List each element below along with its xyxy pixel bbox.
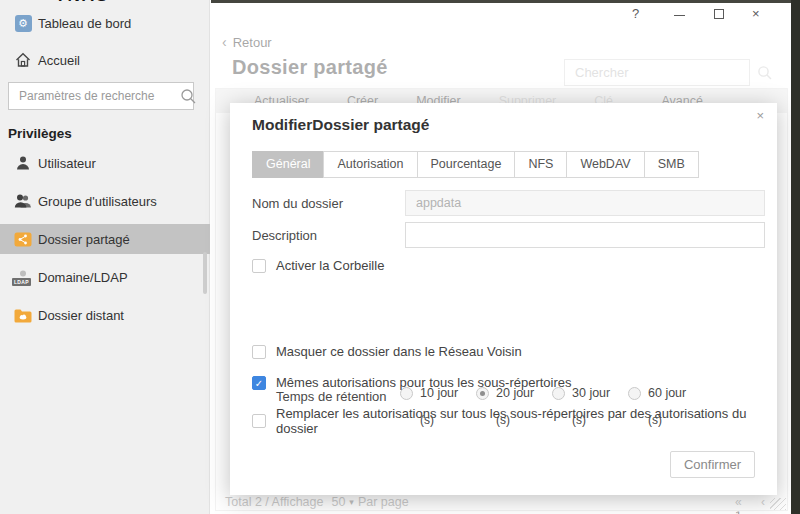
- sidebar-item-dashboard[interactable]: ⚙ Tableau de bord: [0, 8, 210, 38]
- folder-name-input: [405, 190, 765, 216]
- hide-folder-checkbox[interactable]: Masquer ce dossier dans le Réseau Voisin: [252, 344, 522, 359]
- dialog-close-icon[interactable]: ×: [756, 108, 764, 123]
- help-button[interactable]: ?: [632, 6, 639, 21]
- dialog-tabs: Général Autorisation Pourcentage NFS Web…: [252, 151, 699, 178]
- sidebar-search-input[interactable]: [9, 89, 180, 103]
- close-window-button[interactable]: ×: [752, 6, 760, 21]
- minimize-icon: [674, 15, 685, 16]
- user-group-icon: [12, 193, 34, 209]
- description-label: Description: [252, 228, 317, 243]
- desktop-edge-right: [791, 0, 800, 514]
- checkbox-icon: [252, 345, 266, 359]
- tab-smb[interactable]: SMB: [644, 151, 699, 178]
- desktop-edge-top: [211, 0, 791, 3]
- sidebar-item-shared-folder[interactable]: Dossier partagé: [0, 224, 210, 254]
- maximize-icon: [714, 9, 724, 19]
- sidebar-section-privileges: Privilèges: [8, 126, 72, 141]
- folder-name-label: Nom du dossier: [252, 196, 343, 211]
- dashboard-icon: ⚙: [12, 15, 34, 32]
- sidebar-item-remote-folder[interactable]: Dossier distant: [0, 300, 210, 330]
- home-icon: [12, 51, 34, 69]
- confirm-button[interactable]: Confirmer: [670, 451, 755, 478]
- description-input[interactable]: [405, 222, 765, 248]
- sidebar-item-domain-ldap[interactable]: LDAP Domaine/LDAP: [0, 262, 210, 292]
- checkbox-icon: [252, 259, 266, 273]
- ldap-icon: LDAP: [12, 269, 34, 285]
- radio-icon: [628, 387, 641, 400]
- minimize-button[interactable]: [674, 6, 685, 16]
- tab-nfs[interactable]: NFS: [514, 151, 567, 178]
- enable-recycle-checkbox[interactable]: Activer la Corbeille: [252, 258, 384, 273]
- edit-shared-folder-dialog: × ModifierDossier partagé Général Autori…: [230, 103, 777, 495]
- same-permissions-checkbox[interactable]: ✓ Mêmes autorisations pour tous les sous…: [252, 375, 572, 390]
- sidebar-item-home[interactable]: Accueil: [0, 44, 210, 76]
- user-icon: [12, 155, 34, 171]
- dialog-title: ModifierDossier partagé: [252, 116, 429, 134]
- maximize-button[interactable]: [714, 6, 724, 19]
- app-window: ? × ‹Retour Dossier partagé Actualiser C…: [0, 0, 791, 514]
- sidebar: TNAS ⚙ Tableau de bord Accueil Privilège: [0, 0, 210, 514]
- tab-general[interactable]: Général: [252, 151, 324, 178]
- sidebar-search-box: [8, 82, 194, 110]
- tab-webdav[interactable]: WebDAV: [566, 151, 644, 178]
- sidebar-scrollbar[interactable]: [203, 252, 207, 294]
- shared-folder-icon: [12, 232, 34, 247]
- remote-folder-icon: [12, 308, 34, 323]
- replace-permissions-checkbox[interactable]: Remplacer les autorisations sur tous les…: [252, 406, 777, 436]
- retention-label: Temps de rétention: [276, 389, 387, 404]
- sidebar-item-user-group[interactable]: Groupe d'utilisateurs: [0, 186, 210, 216]
- checkbox-checked-icon: ✓: [252, 376, 266, 390]
- tab-authorization[interactable]: Autorisation: [323, 151, 417, 178]
- sidebar-item-user[interactable]: Utilisateur: [0, 148, 210, 178]
- logo: TNAS: [55, 0, 135, 4]
- search-icon: [180, 88, 197, 105]
- checkbox-icon: [252, 414, 266, 428]
- tab-percentage[interactable]: Pourcentage: [417, 151, 516, 178]
